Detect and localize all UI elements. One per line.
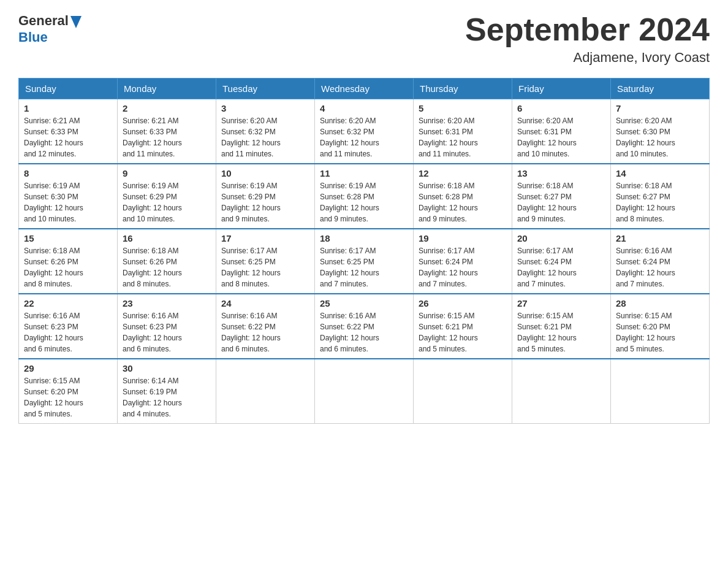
weekday-header-friday: Friday (512, 79, 611, 99)
weekday-header-wednesday: Wednesday (315, 79, 414, 99)
day-number: 28 (616, 298, 704, 308)
week-row-4: 22Sunrise: 6:16 AM Sunset: 6:23 PM Dayli… (19, 294, 710, 359)
logo-triangle-icon (70, 13, 82, 29)
calendar-cell: 13Sunrise: 6:18 AM Sunset: 6:27 PM Dayli… (512, 164, 611, 229)
calendar-cell: 8Sunrise: 6:19 AM Sunset: 6:30 PM Daylig… (19, 164, 118, 229)
day-info: Sunrise: 6:19 AM Sunset: 6:28 PM Dayligh… (320, 180, 408, 224)
calendar-cell: 20Sunrise: 6:17 AM Sunset: 6:24 PM Dayli… (512, 229, 611, 294)
calendar-table: SundayMondayTuesdayWednesdayThursdayFrid… (18, 78, 710, 424)
day-info: Sunrise: 6:18 AM Sunset: 6:27 PM Dayligh… (517, 180, 605, 224)
day-number: 6 (517, 103, 605, 113)
calendar-cell: 14Sunrise: 6:18 AM Sunset: 6:27 PM Dayli… (611, 164, 710, 229)
day-info: Sunrise: 6:20 AM Sunset: 6:31 PM Dayligh… (419, 115, 507, 159)
day-info: Sunrise: 6:19 AM Sunset: 6:30 PM Dayligh… (24, 180, 112, 224)
calendar-cell: 17Sunrise: 6:17 AM Sunset: 6:25 PM Dayli… (216, 229, 315, 294)
day-info: Sunrise: 6:19 AM Sunset: 6:29 PM Dayligh… (123, 180, 211, 224)
calendar-cell: 7Sunrise: 6:20 AM Sunset: 6:30 PM Daylig… (611, 99, 710, 164)
calendar-cell: 11Sunrise: 6:19 AM Sunset: 6:28 PM Dayli… (315, 164, 414, 229)
calendar-cell: 5Sunrise: 6:20 AM Sunset: 6:31 PM Daylig… (414, 99, 512, 164)
page-title: September 2024 (465, 12, 710, 47)
calendar-cell (315, 359, 414, 424)
day-number: 25 (320, 298, 408, 308)
day-number: 14 (616, 168, 704, 178)
day-info: Sunrise: 6:16 AM Sunset: 6:22 PM Dayligh… (221, 310, 309, 354)
week-row-3: 15Sunrise: 6:18 AM Sunset: 6:26 PM Dayli… (19, 229, 710, 294)
calendar-cell: 24Sunrise: 6:16 AM Sunset: 6:22 PM Dayli… (216, 294, 315, 359)
day-number: 2 (123, 103, 211, 113)
calendar-cell: 4Sunrise: 6:20 AM Sunset: 6:32 PM Daylig… (315, 99, 414, 164)
day-number: 8 (24, 168, 112, 178)
header-row: SundayMondayTuesdayWednesdayThursdayFrid… (19, 79, 710, 99)
weekday-header-thursday: Thursday (414, 79, 512, 99)
calendar-cell: 18Sunrise: 6:17 AM Sunset: 6:25 PM Dayli… (315, 229, 414, 294)
day-number: 9 (123, 168, 211, 178)
day-info: Sunrise: 6:14 AM Sunset: 6:19 PM Dayligh… (123, 375, 211, 419)
calendar-cell (611, 359, 710, 424)
day-info: Sunrise: 6:18 AM Sunset: 6:27 PM Dayligh… (616, 180, 704, 224)
weekday-header-saturday: Saturday (611, 79, 710, 99)
day-info: Sunrise: 6:18 AM Sunset: 6:26 PM Dayligh… (24, 245, 112, 289)
calendar-cell: 2Sunrise: 6:21 AM Sunset: 6:33 PM Daylig… (118, 99, 216, 164)
calendar-body: 1Sunrise: 6:21 AM Sunset: 6:33 PM Daylig… (19, 99, 710, 424)
day-number: 26 (419, 298, 507, 308)
calendar-cell: 9Sunrise: 6:19 AM Sunset: 6:29 PM Daylig… (118, 164, 216, 229)
page-subtitle: Adjamene, Ivory Coast (465, 50, 710, 66)
day-number: 12 (419, 168, 507, 178)
title-block: September 2024 Adjamene, Ivory Coast (465, 12, 710, 66)
calendar-cell: 29Sunrise: 6:15 AM Sunset: 6:20 PM Dayli… (19, 359, 118, 424)
week-row-2: 8Sunrise: 6:19 AM Sunset: 6:30 PM Daylig… (19, 164, 710, 229)
day-number: 22 (24, 298, 112, 308)
calendar-cell: 22Sunrise: 6:16 AM Sunset: 6:23 PM Dayli… (19, 294, 118, 359)
day-info: Sunrise: 6:20 AM Sunset: 6:32 PM Dayligh… (221, 115, 309, 159)
day-info: Sunrise: 6:16 AM Sunset: 6:22 PM Dayligh… (320, 310, 408, 354)
weekday-header-monday: Monday (118, 79, 216, 99)
calendar-header: SundayMondayTuesdayWednesdayThursdayFrid… (19, 79, 710, 99)
day-number: 10 (221, 168, 309, 178)
day-number: 1 (24, 103, 112, 113)
day-info: Sunrise: 6:20 AM Sunset: 6:32 PM Dayligh… (320, 115, 408, 159)
day-info: Sunrise: 6:19 AM Sunset: 6:29 PM Dayligh… (221, 180, 309, 224)
calendar-cell: 15Sunrise: 6:18 AM Sunset: 6:26 PM Dayli… (19, 229, 118, 294)
day-number: 18 (320, 233, 408, 243)
calendar-cell: 27Sunrise: 6:15 AM Sunset: 6:21 PM Dayli… (512, 294, 611, 359)
calendar-cell: 25Sunrise: 6:16 AM Sunset: 6:22 PM Dayli… (315, 294, 414, 359)
day-info: Sunrise: 6:15 AM Sunset: 6:20 PM Dayligh… (616, 310, 704, 354)
day-number: 11 (320, 168, 408, 178)
weekday-header-tuesday: Tuesday (216, 79, 315, 99)
day-info: Sunrise: 6:20 AM Sunset: 6:30 PM Dayligh… (616, 115, 704, 159)
calendar-cell: 26Sunrise: 6:15 AM Sunset: 6:21 PM Dayli… (414, 294, 512, 359)
day-info: Sunrise: 6:21 AM Sunset: 6:33 PM Dayligh… (123, 115, 211, 159)
day-number: 15 (24, 233, 112, 243)
day-number: 24 (221, 298, 309, 308)
day-number: 27 (517, 298, 605, 308)
svg-marker-0 (70, 16, 82, 28)
day-info: Sunrise: 6:16 AM Sunset: 6:23 PM Dayligh… (24, 310, 112, 354)
day-info: Sunrise: 6:15 AM Sunset: 6:20 PM Dayligh… (24, 375, 112, 419)
calendar-cell: 16Sunrise: 6:18 AM Sunset: 6:26 PM Dayli… (118, 229, 216, 294)
calendar-cell: 30Sunrise: 6:14 AM Sunset: 6:19 PM Dayli… (118, 359, 216, 424)
day-info: Sunrise: 6:18 AM Sunset: 6:26 PM Dayligh… (123, 245, 211, 289)
logo: General Blue (18, 12, 82, 45)
day-info: Sunrise: 6:17 AM Sunset: 6:24 PM Dayligh… (517, 245, 605, 289)
calendar-cell: 3Sunrise: 6:20 AM Sunset: 6:32 PM Daylig… (216, 99, 315, 164)
day-info: Sunrise: 6:15 AM Sunset: 6:21 PM Dayligh… (517, 310, 605, 354)
day-info: Sunrise: 6:15 AM Sunset: 6:21 PM Dayligh… (419, 310, 507, 354)
page-header: General Blue September 2024 Adjamene, Iv… (18, 12, 710, 66)
day-info: Sunrise: 6:17 AM Sunset: 6:25 PM Dayligh… (320, 245, 408, 289)
day-number: 19 (419, 233, 507, 243)
day-number: 3 (221, 103, 309, 113)
calendar-cell (512, 359, 611, 424)
day-info: Sunrise: 6:20 AM Sunset: 6:31 PM Dayligh… (517, 115, 605, 159)
day-number: 17 (221, 233, 309, 243)
day-info: Sunrise: 6:17 AM Sunset: 6:24 PM Dayligh… (419, 245, 507, 289)
day-info: Sunrise: 6:17 AM Sunset: 6:25 PM Dayligh… (221, 245, 309, 289)
day-number: 30 (123, 363, 211, 373)
day-number: 16 (123, 233, 211, 243)
day-number: 23 (123, 298, 211, 308)
calendar-cell: 19Sunrise: 6:17 AM Sunset: 6:24 PM Dayli… (414, 229, 512, 294)
day-number: 5 (419, 103, 507, 113)
day-number: 20 (517, 233, 605, 243)
day-info: Sunrise: 6:16 AM Sunset: 6:23 PM Dayligh… (123, 310, 211, 354)
week-row-5: 29Sunrise: 6:15 AM Sunset: 6:20 PM Dayli… (19, 359, 710, 424)
day-info: Sunrise: 6:18 AM Sunset: 6:28 PM Dayligh… (419, 180, 507, 224)
